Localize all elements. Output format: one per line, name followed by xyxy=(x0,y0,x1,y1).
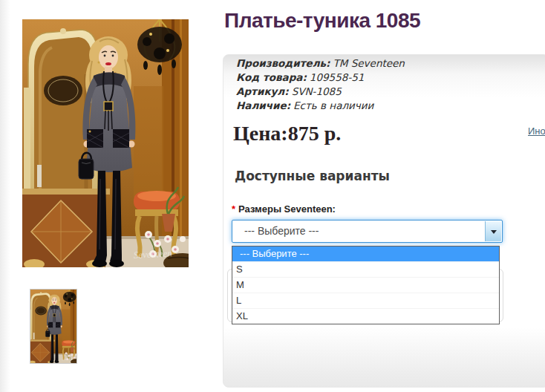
required-asterisk: * xyxy=(232,203,235,215)
dropdown-arrow-icon xyxy=(491,230,497,234)
size-label-text: Размеры Seventeen: xyxy=(238,203,336,215)
attribute-label: Код товара: xyxy=(236,71,307,83)
attribute-value: SVN-1085 xyxy=(292,85,342,97)
attribute-label: Артикул: xyxy=(236,85,289,97)
option-item-l[interactable]: L xyxy=(232,293,499,308)
size-select-value: --- Выберите --- xyxy=(244,220,319,242)
size-field-label: *Размеры Seventeen: xyxy=(232,203,336,215)
product-thumbnail[interactable] xyxy=(30,289,77,364)
product-price: Цена:875 р. xyxy=(233,122,341,146)
attribute-value: 109558-51 xyxy=(310,71,365,83)
product-attributes: Производитель:TM Seventeen Код товара:10… xyxy=(236,56,405,113)
product-title: Платье-туника 1085 xyxy=(224,9,420,33)
size-options-list: --- Выберите --- S M L XL xyxy=(232,246,500,324)
attribute-value: Есть в наличии xyxy=(293,99,373,111)
available-variants-heading: Доступные варианты xyxy=(235,169,390,183)
attribute-label: Наличие: xyxy=(236,99,290,111)
option-item-xl[interactable]: XL xyxy=(232,308,499,324)
attribute-row-article: Артикул:SVN-1085 xyxy=(236,85,405,99)
price-label: Цена: xyxy=(233,122,288,145)
page-left-shade xyxy=(0,0,10,392)
attribute-value: TM Seventeen xyxy=(333,57,405,69)
attribute-row-product-code: Код товара:109558-51 xyxy=(236,71,405,85)
dropdown-button[interactable] xyxy=(485,221,501,241)
size-select[interactable]: --- Выберите --- xyxy=(232,220,503,243)
option-item-s[interactable]: S xyxy=(232,261,499,277)
attribute-label: Производитель: xyxy=(236,57,330,69)
attribute-row-availability: Наличие:Есть в наличии xyxy=(236,99,405,113)
product-main-image[interactable] xyxy=(22,19,189,267)
info-link[interactable]: Ино xyxy=(528,125,545,137)
option-item-m[interactable]: M xyxy=(232,277,499,293)
attribute-row-manufacturer: Производитель:TM Seventeen xyxy=(236,56,405,71)
price-value: 875 р. xyxy=(288,122,342,145)
option-item-default[interactable]: --- Выберите --- xyxy=(232,246,499,261)
product-page: { "product": { "title": "Платье-туника 1… xyxy=(0,0,545,392)
